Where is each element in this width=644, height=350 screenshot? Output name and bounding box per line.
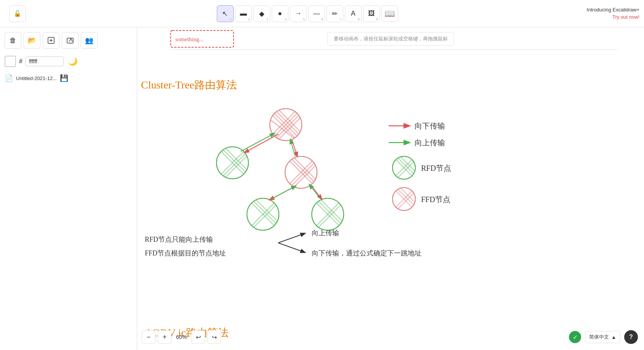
try-out-link[interactable]: Try out now! xyxy=(587,14,639,21)
legend-rfd-label: RFD节点 xyxy=(421,164,451,172)
chevron-up-icon: ▲ xyxy=(611,334,616,340)
export-svg-icon xyxy=(47,37,55,44)
pencil-icon: ✏ xyxy=(332,10,338,18)
rectangle-tool-button[interactable]: ▬ 2 xyxy=(235,5,252,22)
image-tool-button[interactable]: 🖼 9 xyxy=(363,5,380,22)
select-tool-button[interactable]: ↖ 1 xyxy=(217,5,234,22)
zoom-out-button[interactable]: − xyxy=(142,330,155,344)
delete-button[interactable]: 🗑 xyxy=(5,32,21,49)
export-png-button[interactable] xyxy=(62,32,78,49)
plus-icon: + xyxy=(163,333,167,341)
hash-symbol: # xyxy=(19,58,22,65)
bottom-left-hatch xyxy=(247,198,287,230)
export-png-icon xyxy=(66,37,74,44)
legend-down-label: 向下传输 xyxy=(415,122,445,130)
annotation-line1: RFD节点只能向上传输 xyxy=(145,236,213,243)
line-icon: — xyxy=(313,10,320,18)
annotation-up-text: 向上传输 xyxy=(312,229,339,237)
left-mid-hatch xyxy=(216,147,256,179)
annotation-arrow-down xyxy=(278,243,305,252)
checkmark-icon: ✓ xyxy=(573,334,578,341)
color-swatch[interactable] xyxy=(5,56,16,67)
sidebar-tools: 🗑 📂 👥 xyxy=(0,27,137,52)
image-icon: 🖼 xyxy=(368,10,375,18)
open-button[interactable]: 📂 xyxy=(24,32,40,49)
minus-icon: − xyxy=(147,333,151,341)
verified-badge: ✓ xyxy=(569,331,581,343)
redo-button[interactable]: ↪ xyxy=(207,330,221,344)
arrow-mid-br-down xyxy=(311,185,322,199)
annotation-line2: FFD节点根据目的节点地址 xyxy=(145,249,226,257)
undo-button[interactable]: ↩ xyxy=(191,330,205,344)
top-box-text: something... xyxy=(175,36,203,42)
legend-ffd-label: FFD节点 xyxy=(421,195,450,204)
bottom-right-section: ✓ 简体中文 ▲ ? xyxy=(569,330,638,344)
top-toolbar: 🔓 ↖ 1 ▬ 2 ◆ 3 ● 4 → 5 — 6 ✏ 7 xyxy=(0,0,644,27)
line-tool-button[interactable]: — 6 xyxy=(308,5,325,22)
rectangle-icon: ▬ xyxy=(240,10,247,18)
bottom-right-hatch xyxy=(312,198,351,230)
file-section: 📄 Untitled-2021-12... 💾 xyxy=(0,71,137,85)
circle-icon: ● xyxy=(278,10,282,18)
annotation-down-text: 向下传输，通过公式确定下一跳地址 xyxy=(312,249,421,257)
arrow-br-mid-up xyxy=(309,185,320,198)
introducing-section: Introducing Excalidraw+ Try out now! xyxy=(587,6,639,20)
color-section: # 🌙 xyxy=(0,52,137,71)
question-mark-icon: ? xyxy=(629,334,633,340)
annotation-arrow-up xyxy=(278,233,305,243)
undo-icon: ↩ xyxy=(196,334,201,341)
redo-icon: ↪ xyxy=(212,334,217,341)
library-button[interactable]: 📖 xyxy=(381,5,398,22)
diamond-tool-button[interactable]: ◆ 3 xyxy=(253,5,270,22)
introducing-title: Introducing Excalidraw+ xyxy=(587,6,639,13)
cursor-icon: ↖ xyxy=(222,10,228,18)
dark-mode-button[interactable]: 🌙 xyxy=(67,55,80,68)
left-sidebar: 🗑 📂 👥 # 🌙 📄 Untitled-2021-12... 💾 xyxy=(0,27,137,350)
arrow-root-left-down xyxy=(245,134,278,153)
text-icon: A xyxy=(351,10,356,18)
file-name: Untitled-2021-12... xyxy=(16,75,57,81)
help-button[interactable]: ? xyxy=(624,330,638,344)
file-icon: 📄 xyxy=(5,74,13,82)
legend-rfd-hatch xyxy=(392,156,423,179)
collaborate-button[interactable]: 👥 xyxy=(81,32,98,49)
zoom-in-button[interactable]: + xyxy=(158,330,171,344)
library-icon: 📖 xyxy=(384,9,395,19)
save-button[interactable]: 💾 xyxy=(60,74,68,82)
svg-line-32 xyxy=(255,198,287,230)
arrow-bl-mid-up xyxy=(271,186,296,199)
canvas-area[interactable]: 要移动画布，请按住鼠标滚轮或空格键，再拖拽鼠标 Cluster-Tree路由算法 xyxy=(137,27,644,350)
language-label: 简体中文 xyxy=(589,334,609,340)
right-mid-hatch xyxy=(285,156,325,188)
legend-ffd-hatch xyxy=(392,188,423,210)
cluster-tree-title: Cluster-Tree路由算法 xyxy=(141,79,237,91)
legend-up-label: 向上传输 xyxy=(415,138,445,147)
arrow-tool-button[interactable]: → 5 xyxy=(290,5,307,22)
bottom-toolbar: − + 60% ↩ ↪ xyxy=(142,330,221,344)
pencil-tool-button[interactable]: ✏ 7 xyxy=(327,5,343,22)
language-selector[interactable]: 简体中文 ▲ xyxy=(585,331,620,343)
color-input[interactable] xyxy=(26,56,64,66)
arrow-left-root-up xyxy=(241,133,274,151)
drawing-svg: Cluster-Tree路由算法 xyxy=(137,27,644,350)
text-tool-button[interactable]: A 8 xyxy=(345,5,362,22)
diamond-icon: ◆ xyxy=(259,10,264,18)
svg-line-39 xyxy=(319,198,351,230)
toolbar-center-section: ↖ 1 ▬ 2 ◆ 3 ● 4 → 5 — 6 ✏ 7 A 8 xyxy=(28,5,587,22)
arrow-icon: → xyxy=(295,10,302,18)
export-svg-button[interactable] xyxy=(43,32,59,49)
zoom-level-display: 60% xyxy=(174,334,189,340)
lock-button[interactable]: 🔓 xyxy=(9,5,26,22)
ellipse-tool-button[interactable]: ● 4 xyxy=(272,5,288,22)
